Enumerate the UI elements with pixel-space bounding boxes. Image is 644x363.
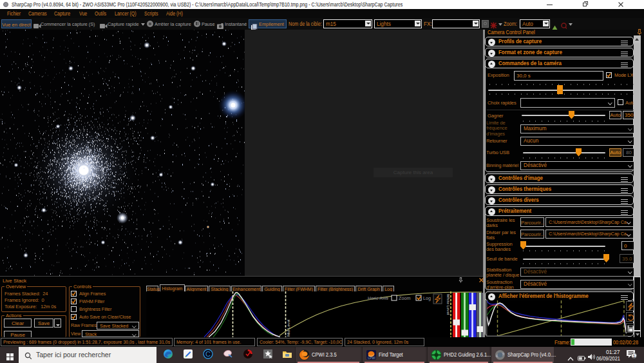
svg-text:White Level: White Level [446, 294, 451, 315]
svg-text:C: C [205, 350, 211, 358]
svg-text:Zoom: Zoom [399, 295, 410, 301]
svg-text:CPWI: CPWI [368, 357, 375, 360]
svg-text:Horiz Axis: Horiz Axis [368, 295, 388, 301]
svg-text:Mid Level: Mid Level [286, 320, 290, 337]
svg-text:Log: Log [423, 295, 431, 301]
